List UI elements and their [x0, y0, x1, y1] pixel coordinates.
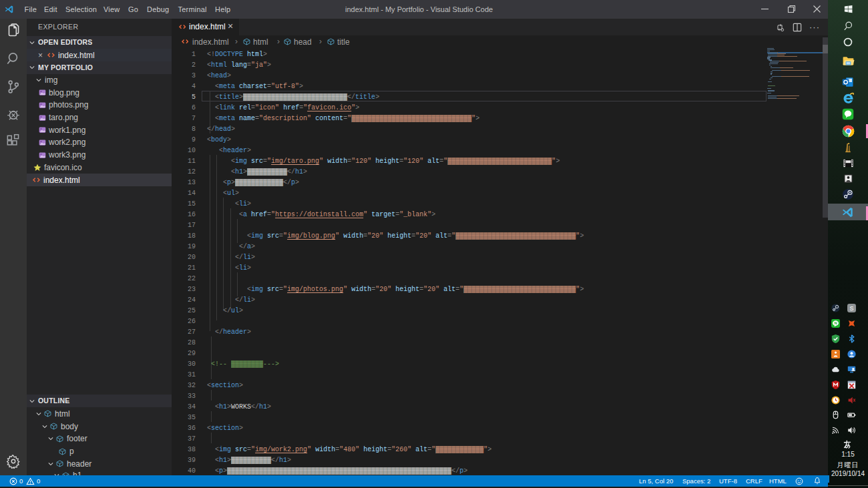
svg-text:S: S: [849, 304, 853, 311]
svg-text:N: N: [834, 321, 837, 325]
